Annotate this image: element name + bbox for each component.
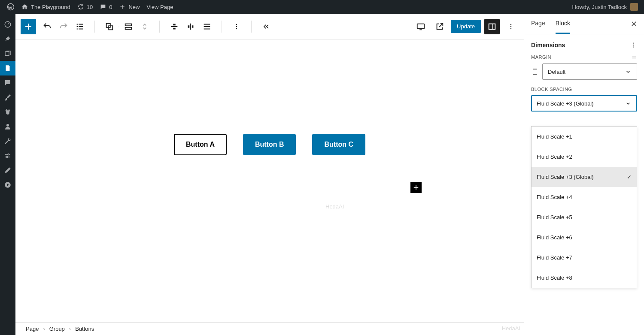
menu-users[interactable] xyxy=(0,119,15,134)
button-b[interactable]: Button B xyxy=(243,134,296,155)
spacing-value: Fluid Scale +3 (Global) xyxy=(537,100,594,107)
block-type-button[interactable] xyxy=(102,19,117,34)
option-label: Fluid Scale +6 xyxy=(537,234,572,241)
editor-canvas[interactable]: Button A Button B Button C HedaAI xyxy=(15,39,524,322)
dimensions-menu[interactable] xyxy=(629,41,637,49)
list-view-button[interactable] xyxy=(72,19,88,34)
listview-icon xyxy=(75,22,85,31)
spacing-option[interactable]: Fluid Scale +7 xyxy=(532,247,637,268)
menu-comments[interactable] xyxy=(0,75,15,90)
device-preview[interactable] xyxy=(413,19,428,34)
spacing-option[interactable]: Fluid Scale +4 xyxy=(532,187,637,207)
svg-point-13 xyxy=(236,28,237,29)
view-page-link[interactable]: View Page xyxy=(143,0,177,14)
menu-custom1[interactable] xyxy=(0,163,15,178)
justify-h-icon xyxy=(170,22,179,31)
collapse-toolbar[interactable] xyxy=(258,19,274,34)
plus-icon xyxy=(119,3,126,10)
svg-point-19 xyxy=(633,42,634,43)
external-icon xyxy=(435,22,444,31)
svg-point-3 xyxy=(6,124,9,127)
plug-icon xyxy=(4,108,12,116)
pin-icon xyxy=(4,35,12,43)
menu-appearance[interactable] xyxy=(0,90,15,105)
button-a[interactable]: Button A xyxy=(174,134,227,155)
crumb-group[interactable]: Group xyxy=(49,326,65,332)
chevron-right-icon: › xyxy=(69,326,71,332)
menu-pages[interactable] xyxy=(0,61,15,75)
block-breadcrumbs: Page › Group › Buttons xyxy=(15,322,524,335)
howdy-text[interactable]: Howdy, Justin Tadlock xyxy=(572,4,627,10)
unlink-sides[interactable] xyxy=(631,54,637,60)
preview-button[interactable] xyxy=(432,19,447,34)
add-block-button[interactable] xyxy=(21,19,36,34)
site-name-link[interactable]: The Playground xyxy=(18,0,74,14)
wp-logo[interactable] xyxy=(3,0,18,14)
media-icon xyxy=(4,50,12,57)
updates-link[interactable]: 10 xyxy=(74,0,96,14)
svg-point-17 xyxy=(510,26,512,27)
update-button[interactable]: Update xyxy=(451,20,481,33)
buttons-block[interactable]: Button A Button B Button C xyxy=(174,134,365,155)
sidebar-icon xyxy=(487,22,497,31)
wordpress-icon xyxy=(7,3,15,11)
menu-dashboard[interactable] xyxy=(0,17,15,32)
move-buttons[interactable] xyxy=(137,19,152,34)
margin-select[interactable]: Default xyxy=(542,63,637,80)
redo-button[interactable] xyxy=(56,19,71,34)
sidebar-tabs: Page Block ✕ xyxy=(524,14,644,34)
divider xyxy=(251,21,252,33)
spacing-option[interactable]: Fluid Scale +8 xyxy=(532,268,637,288)
tab-page[interactable]: Page xyxy=(531,14,545,34)
svg-rect-9 xyxy=(125,24,131,26)
tab-block[interactable]: Block xyxy=(556,14,570,34)
option-label: Fluid Scale +1 xyxy=(537,133,572,140)
settings-sidebar-toggle[interactable] xyxy=(484,19,500,34)
select-parent-button[interactable] xyxy=(121,19,136,34)
more-options[interactable] xyxy=(503,19,519,34)
spacing-select[interactable]: Fluid Scale +3 (Global) xyxy=(531,95,637,112)
pencil-icon xyxy=(4,166,12,174)
spacing-option[interactable]: Fluid Scale +6 xyxy=(532,227,637,247)
more-block-options[interactable] xyxy=(229,19,244,34)
svg-point-12 xyxy=(236,26,237,27)
svg-point-11 xyxy=(236,24,237,25)
undo-icon xyxy=(43,22,52,31)
menu-media[interactable] xyxy=(0,46,15,61)
justify-button[interactable] xyxy=(167,19,182,34)
editor-main: · Update Butto xyxy=(15,14,524,335)
chevron-down-icon xyxy=(625,100,632,107)
header-right: Update xyxy=(413,19,519,34)
wrench-icon xyxy=(4,137,12,145)
align-button[interactable] xyxy=(183,19,198,34)
menu-custom2[interactable] xyxy=(0,178,15,192)
menu-tools[interactable] xyxy=(0,134,15,148)
redo-icon xyxy=(59,22,68,31)
history-group xyxy=(39,19,88,34)
avatar[interactable] xyxy=(630,3,638,11)
spacing-option[interactable]: Fluid Scale +3 (Global)✓ xyxy=(532,167,637,187)
margin-value: Default xyxy=(548,69,565,75)
comment-icon xyxy=(100,3,106,10)
inline-add-block[interactable] xyxy=(410,182,422,193)
updates-count: 10 xyxy=(87,4,93,10)
svg-point-18 xyxy=(510,28,512,29)
block-tools: · xyxy=(102,19,152,34)
width-button[interactable] xyxy=(199,19,215,34)
crumb-buttons[interactable]: Buttons xyxy=(75,326,94,332)
close-sidebar[interactable]: ✕ xyxy=(631,19,637,29)
side-indicator[interactable] xyxy=(531,68,539,75)
spacing-option[interactable]: Fluid Scale +1 xyxy=(532,127,637,147)
spacing-option[interactable]: Fluid Scale +5 xyxy=(532,207,637,227)
menu-posts[interactable] xyxy=(0,32,15,46)
menu-settings[interactable] xyxy=(0,148,15,163)
option-label: Fluid Scale +7 xyxy=(537,254,572,261)
crumb-page[interactable]: Page xyxy=(26,326,39,332)
new-link[interactable]: New xyxy=(115,0,143,14)
menu-plugins[interactable] xyxy=(0,105,15,119)
comments-link[interactable]: 0 xyxy=(96,0,115,14)
spacing-option[interactable]: Fluid Scale +2 xyxy=(532,147,637,167)
dimensions-title-row: Dimensions xyxy=(531,41,637,49)
button-c[interactable]: Button C xyxy=(312,134,365,155)
undo-button[interactable] xyxy=(39,19,55,34)
